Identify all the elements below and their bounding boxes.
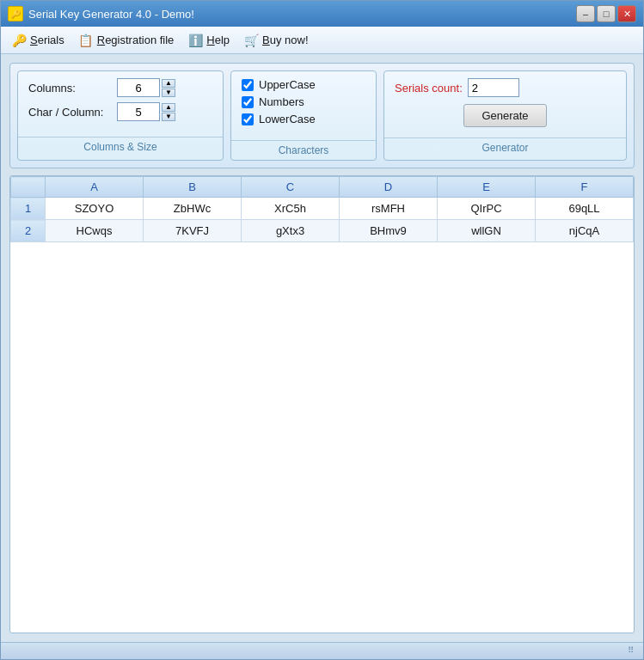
numbers-label: Numbers bbox=[259, 95, 304, 108]
table-col-header-d: D bbox=[340, 177, 438, 198]
table-cell-2: XrC5h bbox=[242, 198, 340, 220]
serials-count-row: Serials count: bbox=[395, 78, 616, 97]
columns-up-button[interactable]: ▲ bbox=[162, 79, 175, 88]
table-cell-0: SZOYO bbox=[46, 198, 144, 220]
table-header: A B C D E F bbox=[11, 177, 634, 198]
lowercase-row: LowerCase bbox=[242, 113, 365, 125]
columns-spinner-buttons: ▲ ▼ bbox=[162, 79, 175, 97]
table-body: 1SZOYOZbHWcXrC5hrsMFHQIrPC69qLL2HCwqs7KV… bbox=[11, 198, 634, 242]
columns-down-button[interactable]: ▼ bbox=[162, 89, 175, 97]
restore-button[interactable]: □ bbox=[597, 5, 616, 22]
table-col-header-f: F bbox=[536, 177, 634, 198]
table-cell-5: 69qLL bbox=[536, 198, 634, 220]
app-icon: 🔑 bbox=[8, 6, 23, 21]
table-cell-1: ZbHWc bbox=[144, 198, 242, 220]
main-window: 🔑 Serial Key Generator 4.0 - Demo! – □ ✕… bbox=[0, 0, 644, 660]
char-column-input[interactable] bbox=[117, 102, 160, 121]
buynow-icon: 🛒 bbox=[243, 33, 259, 48]
characters-panel-footer: Characters bbox=[231, 140, 376, 160]
close-button[interactable]: ✕ bbox=[617, 5, 636, 22]
columns-spinner: ▲ ▼ bbox=[117, 78, 175, 97]
lowercase-label: LowerCase bbox=[259, 113, 316, 125]
columns-input[interactable] bbox=[117, 78, 160, 97]
generator-panel-footer: Generator bbox=[384, 138, 626, 157]
numbers-row: Numbers bbox=[242, 95, 365, 108]
generate-button[interactable]: Generate bbox=[463, 104, 546, 127]
char-column-spinner-buttons: ▲ ▼ bbox=[162, 103, 175, 121]
title-bar-left: 🔑 Serial Key Generator 4.0 - Demo! bbox=[8, 6, 194, 21]
menu-help[interactable]: ℹ️ Help bbox=[181, 29, 236, 52]
generator-panel-content: Serials count: Generate bbox=[384, 71, 626, 134]
serials-table-section: A B C D E F 1SZOYOZbHWcXrC5hrsMFHQIrPC69… bbox=[9, 175, 635, 633]
uppercase-row: UpperCase bbox=[242, 78, 365, 91]
table-cell-0: HCwqs bbox=[46, 220, 144, 242]
generator-panel: Serials count: Generate Generator bbox=[383, 70, 627, 161]
char-column-label: Char / Column: bbox=[28, 106, 110, 119]
table-col-header-b: B bbox=[144, 177, 242, 198]
table-cell-1: 7KVFJ bbox=[144, 220, 242, 242]
window-title: Serial Key Generator 4.0 - Demo! bbox=[28, 8, 194, 21]
registration-icon: 📋 bbox=[78, 33, 94, 48]
controls-section: Columns: ▲ ▼ Char / Column: bbox=[9, 63, 635, 168]
char-column-spinner: ▲ ▼ bbox=[117, 102, 175, 121]
table-col-header-c: C bbox=[242, 177, 340, 198]
uppercase-label: UpperCase bbox=[259, 78, 316, 91]
menu-serials[interactable]: 🔑 Serials bbox=[4, 29, 71, 52]
resize-grip: ⠿ bbox=[628, 645, 640, 657]
characters-panel-content: UpperCase Numbers LowerCase bbox=[231, 71, 376, 137]
main-content: Columns: ▲ ▼ Char / Column: bbox=[1, 54, 643, 642]
table-col-header-a: A bbox=[46, 177, 144, 198]
serials-table: A B C D E F 1SZOYOZbHWcXrC5hrsMFHQIrPC69… bbox=[10, 176, 634, 242]
table-cell-4: QIrPC bbox=[438, 198, 536, 220]
table-col-header-row-num bbox=[11, 177, 46, 198]
lowercase-checkbox[interactable] bbox=[242, 113, 254, 125]
table-row-number: 2 bbox=[11, 220, 46, 242]
characters-panel: UpperCase Numbers LowerCase Characters bbox=[230, 70, 377, 161]
uppercase-checkbox[interactable] bbox=[242, 79, 254, 91]
title-bar: 🔑 Serial Key Generator 4.0 - Demo! – □ ✕ bbox=[1, 1, 643, 27]
table-row: 1SZOYOZbHWcXrC5hrsMFHQIrPC69qLL bbox=[11, 198, 634, 220]
table-cell-3: BHmv9 bbox=[340, 220, 438, 242]
char-column-down-button[interactable]: ▼ bbox=[162, 113, 175, 121]
title-buttons: – □ ✕ bbox=[576, 5, 636, 22]
columns-panel-content: Columns: ▲ ▼ Char / Column: bbox=[18, 71, 223, 133]
status-bar: ⠿ bbox=[1, 642, 643, 659]
numbers-checkbox[interactable] bbox=[242, 96, 254, 108]
columns-label: Columns: bbox=[28, 82, 110, 95]
minimize-button[interactable]: – bbox=[576, 5, 595, 22]
table-cell-4: wllGN bbox=[438, 220, 536, 242]
menu-bar: 🔑 Serials 📋 Registration file ℹ️ Help 🛒 … bbox=[1, 27, 643, 54]
columns-field-row: Columns: ▲ ▼ bbox=[28, 78, 212, 97]
char-column-field-row: Char / Column: ▲ ▼ bbox=[28, 102, 212, 121]
serials-count-label: Serials count: bbox=[395, 82, 463, 95]
menu-help-label: Help bbox=[206, 34, 230, 46]
table-cell-2: gXtx3 bbox=[242, 220, 340, 242]
menu-registration[interactable]: 📋 Registration file bbox=[71, 29, 181, 52]
table-header-row: A B C D E F bbox=[11, 177, 634, 198]
table-cell-3: rsMFH bbox=[340, 198, 438, 220]
table-row: 2HCwqs7KVFJgXtx3BHmv9wllGNnjCqA bbox=[11, 220, 634, 242]
menu-buynow-label: Buy now! bbox=[262, 34, 308, 46]
columns-panel-footer: Columns & Size bbox=[18, 137, 223, 156]
table-col-header-e: E bbox=[438, 177, 536, 198]
serials-icon: 🔑 bbox=[11, 33, 27, 48]
table-cell-5: njCqA bbox=[536, 220, 634, 242]
serials-count-input[interactable] bbox=[468, 78, 519, 97]
char-column-up-button[interactable]: ▲ bbox=[162, 103, 175, 112]
menu-buynow[interactable]: 🛒 Buy now! bbox=[236, 29, 315, 52]
table-row-number: 1 bbox=[11, 198, 46, 220]
columns-size-panel: Columns: ▲ ▼ Char / Column: bbox=[17, 70, 224, 161]
menu-serials-label: Serials bbox=[30, 34, 64, 46]
menu-registration-label: Registration file bbox=[97, 34, 175, 46]
help-icon: ℹ️ bbox=[187, 33, 203, 48]
